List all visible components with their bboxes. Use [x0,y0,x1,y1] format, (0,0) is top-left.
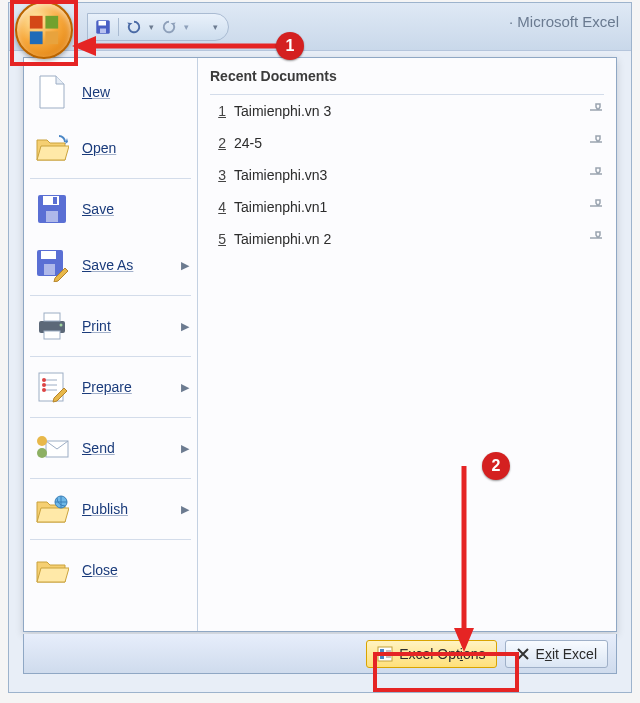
svg-rect-12 [41,251,56,259]
save-icon [34,191,70,227]
pin-icon[interactable] [588,103,604,120]
menu-item-save[interactable]: Save [24,181,197,237]
svg-rect-27 [380,649,384,653]
menu-item-save-as[interactable]: Save As ▶ [24,237,197,293]
recent-number: 5 [210,231,226,247]
qat-redo-icon[interactable] [160,18,178,36]
prepare-icon [34,369,70,405]
svg-point-21 [42,388,46,392]
recent-document-item[interactable]: 3 Taimienphi.vn3 [210,159,604,191]
svg-rect-3 [45,31,58,44]
menu-separator [30,539,191,540]
menu-label: Send [82,440,115,456]
publish-icon [34,491,70,527]
menu-item-publish[interactable]: Publish ▶ [24,481,197,537]
close-icon [34,552,70,588]
qat-redo-dropdown-icon[interactable]: ▾ [184,22,189,32]
print-icon [34,308,70,344]
menu-label: Open [82,140,116,156]
qat-customize-icon[interactable]: ▾ [213,22,218,32]
svg-rect-5 [99,21,107,26]
menu-label: Print [82,318,111,334]
recent-document-item[interactable]: 2 24-5 [210,127,604,159]
submenu-arrow-icon: ▶ [181,320,189,333]
svg-rect-10 [53,197,57,204]
submenu-arrow-icon: ▶ [181,442,189,455]
svg-rect-13 [44,264,55,275]
send-icon [34,430,70,466]
svg-rect-2 [30,31,43,44]
recent-number: 2 [210,135,226,151]
pin-icon[interactable] [588,167,604,184]
svg-rect-16 [44,331,60,339]
svg-rect-9 [46,211,58,222]
button-label: Exit Excel [536,646,597,662]
qat-save-icon[interactable] [94,18,112,36]
excel-options-button[interactable]: Excel Options [366,640,496,668]
svg-rect-6 [100,28,106,33]
recent-document-item[interactable]: 1 Taimienphi.vn 3 [210,95,604,127]
submenu-arrow-icon: ▶ [181,259,189,272]
svg-point-24 [37,448,47,458]
menu-separator [30,417,191,418]
menu-item-close[interactable]: Close [24,542,197,598]
office-menu-dropdown: New Open Save Save As ▶ [23,57,617,632]
excel-window: ▾ ▾ ▾ · Microsoft Excel New Open [8,2,632,693]
svg-point-17 [60,324,63,327]
menu-separator [30,478,191,479]
submenu-arrow-icon: ▶ [181,381,189,394]
qat-undo-dropdown-icon[interactable]: ▾ [149,22,154,32]
office-menu-left-column: New Open Save Save As ▶ [24,58,198,631]
menu-separator [30,178,191,179]
pin-icon[interactable] [588,199,604,216]
menu-label: Publish [82,501,128,517]
window-title: · Microsoft Excel [509,13,619,30]
button-label: Excel Options [399,646,485,662]
recent-name: Taimienphi.vn 3 [234,103,331,119]
svg-point-19 [42,378,46,382]
exit-excel-button[interactable]: Exit Excel [505,640,608,668]
menu-item-new[interactable]: New [24,64,197,120]
quick-access-toolbar: ▾ ▾ ▾ [87,13,229,41]
menu-label: Close [82,562,118,578]
close-x-icon [516,647,530,661]
pin-icon[interactable] [588,135,604,152]
recent-name: Taimienphi.vn3 [234,167,327,183]
annotation-badge-2: 2 [482,452,510,480]
recent-document-item[interactable]: 4 Taimienphi.vn1 [210,191,604,223]
recent-document-item[interactable]: 5 Taimienphi.vn 2 [210,223,604,255]
qat-undo-icon[interactable] [125,18,143,36]
office-menu-bottom-bar: Excel Options Exit Excel [23,634,617,674]
office-button[interactable] [15,1,73,59]
pin-icon[interactable] [588,231,604,248]
recent-number: 3 [210,167,226,183]
menu-label: New [82,84,110,100]
recent-name: Taimienphi.vn 2 [234,231,331,247]
menu-item-open[interactable]: Open [24,120,197,176]
recent-number: 1 [210,103,226,119]
menu-item-print[interactable]: Print ▶ [24,298,197,354]
recent-name: 24-5 [234,135,262,151]
svg-rect-1 [45,16,58,29]
separator [118,18,119,36]
menu-separator [30,356,191,357]
recent-documents-title: Recent Documents [210,64,604,95]
svg-rect-28 [380,655,384,659]
svg-rect-0 [30,16,43,29]
save-as-icon [34,247,70,283]
new-icon [34,74,70,110]
office-logo-icon [27,13,61,47]
titlebar: ▾ ▾ ▾ · Microsoft Excel [9,3,631,51]
menu-separator [30,295,191,296]
menu-item-send[interactable]: Send ▶ [24,420,197,476]
menu-label: Save As [82,257,133,273]
recent-documents-panel: Recent Documents 1 Taimienphi.vn 3 2 24-… [198,58,616,631]
menu-item-prepare[interactable]: Prepare ▶ [24,359,197,415]
menu-label: Save [82,201,114,217]
options-icon [377,646,393,662]
svg-rect-15 [44,313,60,321]
menu-label: Prepare [82,379,132,395]
svg-point-23 [37,436,47,446]
submenu-arrow-icon: ▶ [181,503,189,516]
open-icon [34,130,70,166]
